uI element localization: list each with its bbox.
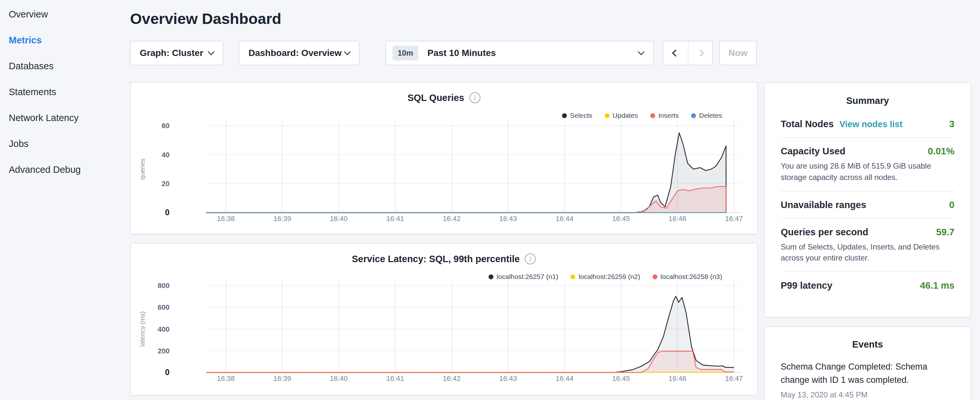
svg-text:16:43: 16:43 bbox=[499, 215, 517, 223]
event-timestamp: May 13, 2020 at 4:45 PM bbox=[781, 390, 955, 399]
svg-text:16:38: 16:38 bbox=[217, 375, 235, 382]
main-content: Overview Dashboard Graph: Cluster Dashbo… bbox=[130, 0, 758, 400]
summary-label: P99 latency bbox=[781, 280, 832, 291]
graph-scope-label: Graph: Cluster bbox=[140, 48, 203, 58]
summary-subtext: Sum of Selects, Updates, Inserts, and De… bbox=[781, 241, 955, 264]
summary-row-p99-latency: P99 latency 46.1 ms bbox=[781, 272, 955, 299]
legend-item: Selects bbox=[562, 112, 592, 120]
svg-text:0: 0 bbox=[165, 208, 170, 217]
service-latency-chart: 16:3816:3916:4016:4116:4216:4316:4416:45… bbox=[131, 244, 757, 395]
svg-text:16:43: 16:43 bbox=[499, 375, 517, 382]
graph-scope-dropdown[interactable]: Graph: Cluster bbox=[130, 41, 223, 65]
svg-text:16:41: 16:41 bbox=[386, 375, 404, 382]
svg-text:60: 60 bbox=[162, 122, 170, 130]
svg-text:16:47: 16:47 bbox=[725, 375, 743, 382]
info-icon[interactable] bbox=[469, 92, 480, 103]
info-icon[interactable] bbox=[525, 253, 536, 265]
summary-label: Total Nodes bbox=[781, 119, 834, 129]
sidebar: Overview Metrics Databases Statements Ne… bbox=[0, 0, 130, 400]
svg-text:16:46: 16:46 bbox=[668, 375, 686, 382]
summary-label: Capacity Used bbox=[781, 146, 845, 157]
svg-text:16:40: 16:40 bbox=[330, 375, 347, 382]
legend-item: Deletes bbox=[691, 112, 722, 120]
summary-row-total-nodes: Total Nodes View nodes list 3 bbox=[781, 111, 955, 138]
page-title: Overview Dashboard bbox=[130, 10, 758, 27]
legend-item: Updates bbox=[605, 112, 638, 120]
sidebar-item-network-latency[interactable]: Network Latency bbox=[0, 105, 130, 131]
legend-item: Inserts bbox=[650, 112, 679, 120]
event-text: Schema Change Completed: Schema change w… bbox=[781, 360, 955, 386]
app-root: Overview Metrics Databases Statements Ne… bbox=[0, 0, 980, 400]
series-color-dot bbox=[605, 113, 609, 118]
chart-legend: SelectsUpdatesInsertsDeletes bbox=[562, 112, 722, 120]
svg-text:40: 40 bbox=[162, 151, 170, 159]
legend-item: localhost:26259 (n2) bbox=[570, 273, 640, 280]
summary-value: 3 bbox=[949, 119, 955, 129]
svg-text:400: 400 bbox=[158, 325, 170, 333]
summary-row-unavailable-ranges: Unavailable ranges 0 bbox=[781, 191, 955, 219]
chevron-right-icon bbox=[697, 49, 704, 57]
events-panel: Events Schema Change Completed: Schema c… bbox=[764, 326, 971, 400]
time-window-selector[interactable]: 10m Past 10 Minutes bbox=[385, 41, 654, 65]
svg-text:16:44: 16:44 bbox=[555, 375, 573, 382]
sidebar-item-overview[interactable]: Overview bbox=[0, 1, 130, 27]
summary-value: 59.7 bbox=[936, 227, 955, 237]
summary-subtext: You are using 28.6 MiB of 515.9 GiB usab… bbox=[781, 161, 955, 183]
summary-value: 0.01% bbox=[928, 146, 955, 157]
svg-text:16:39: 16:39 bbox=[274, 215, 291, 223]
svg-text:16:44: 16:44 bbox=[555, 215, 573, 223]
summary-row-queries-per-second: Queries per second 59.7 Sum of Selects, … bbox=[781, 219, 955, 273]
svg-text:600: 600 bbox=[158, 303, 170, 311]
dashboard-controls: Graph: Cluster Dashboard: Overview 10m P… bbox=[130, 41, 757, 65]
time-window-label: Past 10 Minutes bbox=[427, 48, 496, 58]
svg-text:20: 20 bbox=[162, 180, 170, 188]
summary-value: 46.1 ms bbox=[920, 280, 955, 291]
svg-text:200: 200 bbox=[158, 347, 170, 355]
svg-text:16:42: 16:42 bbox=[442, 215, 460, 223]
svg-text:800: 800 bbox=[158, 282, 170, 290]
view-nodes-list-link[interactable]: View nodes list bbox=[840, 120, 903, 129]
svg-text:16:45: 16:45 bbox=[612, 375, 630, 382]
sql-queries-chart: 16:3816:3916:4016:4116:4216:4316:4416:45… bbox=[131, 83, 757, 234]
sidebar-item-advanced-debug[interactable]: Advanced Debug bbox=[0, 157, 130, 183]
dashboard-dropdown[interactable]: Dashboard: Overview bbox=[239, 41, 360, 65]
legend-item: localhost:26258 (n3) bbox=[652, 273, 722, 280]
sidebar-item-jobs[interactable]: Jobs bbox=[0, 131, 130, 157]
summary-panel: Summary Total Nodes View nodes list 3 Ca… bbox=[764, 83, 971, 317]
series-color-dot bbox=[652, 274, 657, 279]
series-color-dot bbox=[691, 113, 696, 118]
svg-text:16:47: 16:47 bbox=[725, 215, 743, 223]
summary-label: Queries per second bbox=[781, 227, 869, 237]
series-color-dot bbox=[650, 113, 655, 118]
svg-text:queries: queries bbox=[139, 159, 146, 180]
chart-title: SQL Queries bbox=[407, 92, 464, 103]
now-button[interactable]: Now bbox=[719, 41, 757, 65]
right-sidebar: Summary Total Nodes View nodes list 3 Ca… bbox=[764, 83, 971, 400]
summary-label: Unavailable ranges bbox=[781, 200, 866, 210]
series-color-dot bbox=[488, 274, 493, 279]
summary-value: 0 bbox=[949, 200, 955, 210]
time-next-button[interactable] bbox=[688, 41, 713, 65]
series-color-dot bbox=[562, 113, 567, 118]
sql-queries-panel: SQL Queries SelectsUpdatesInsertsDeletes… bbox=[130, 82, 758, 234]
chevron-down-icon bbox=[638, 48, 644, 55]
chevron-left-icon bbox=[672, 49, 679, 57]
event-item: Schema Change Completed: Schema change w… bbox=[781, 360, 955, 399]
svg-text:16:39: 16:39 bbox=[274, 375, 291, 382]
sidebar-item-metrics[interactable]: Metrics bbox=[0, 27, 130, 53]
series-color-dot bbox=[570, 274, 575, 279]
events-title: Events bbox=[781, 339, 955, 350]
chart-title: Service Latency: SQL, 99th percentile bbox=[352, 254, 520, 265]
svg-text:16:38: 16:38 bbox=[217, 215, 235, 223]
time-prev-button[interactable] bbox=[663, 41, 688, 65]
svg-text:16:45: 16:45 bbox=[612, 215, 630, 223]
summary-row-capacity-used: Capacity Used 0.01% You are using 28.6 M… bbox=[781, 138, 955, 191]
sidebar-item-databases[interactable]: Databases bbox=[0, 53, 130, 79]
svg-text:16:41: 16:41 bbox=[386, 215, 404, 223]
summary-title: Summary bbox=[781, 96, 955, 106]
svg-text:0: 0 bbox=[165, 368, 170, 377]
chevron-down-icon bbox=[344, 48, 351, 55]
sidebar-item-statements[interactable]: Statements bbox=[0, 79, 130, 105]
time-window-badge: 10m bbox=[393, 46, 418, 61]
svg-text:16:46: 16:46 bbox=[668, 215, 686, 223]
